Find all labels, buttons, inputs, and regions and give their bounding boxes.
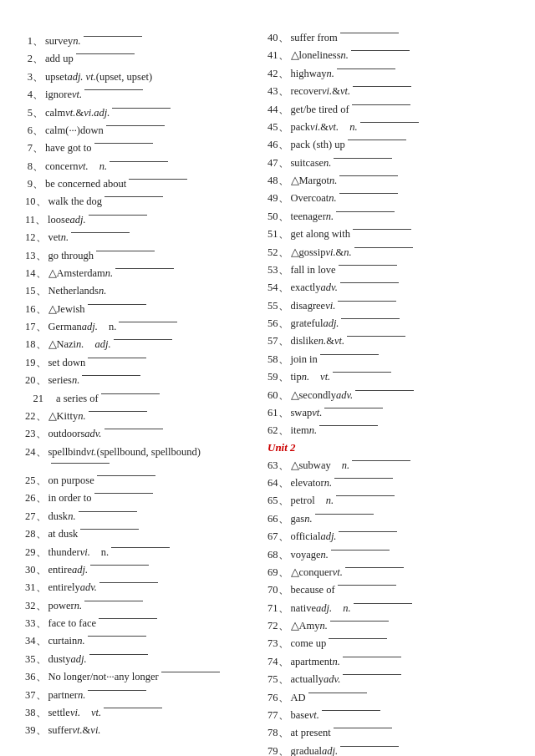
answer-blank — [352, 104, 410, 105]
answer-blank — [336, 495, 395, 496]
item-number: 42、 — [268, 66, 289, 82]
list-item: 12、vet n. — [25, 230, 259, 246]
list-item: 10、walk the dog — [25, 194, 259, 210]
answer-blank — [99, 618, 157, 619]
item-text: tip n. vt. — [291, 369, 502, 385]
item-number: 16、 — [25, 302, 47, 317]
list-item: 49、Overcoat n. — [268, 190, 502, 206]
item-number: 52、 — [268, 245, 289, 261]
answer-blank — [360, 122, 419, 123]
item-number: 20、 — [25, 373, 47, 388]
item-text: set down — [48, 355, 260, 371]
item-text: because of — [291, 582, 502, 598]
list-item: 24、spellbind vt. (spellbound, spellbound… — [25, 444, 259, 471]
answer-blank — [84, 36, 142, 37]
item-text: get/be tired of — [291, 102, 502, 118]
item-text: native adj. n. — [291, 601, 502, 616]
list-item: 51、get along with — [268, 226, 502, 242]
item-text: suitcase n. — [291, 155, 502, 171]
list-item: 52、△gossip vi. & n. — [268, 245, 502, 261]
item-number: 67、 — [268, 529, 289, 545]
item-text: dusk n. — [48, 509, 260, 525]
left-column: 1、survey n. 2、add up 3、upset adj. vt. (u… — [25, 30, 268, 756]
list-item: 73、come up — [268, 636, 502, 652]
item-number: 65、 — [268, 493, 289, 509]
answer-blank — [337, 68, 395, 69]
answer-blank — [334, 478, 393, 479]
item-text: entirely adv. — [48, 580, 260, 596]
item-number: 61、 — [268, 405, 289, 421]
item-number: 10、 — [25, 194, 47, 210]
item-text: have got to — [45, 140, 259, 156]
list-item: 13、go through — [25, 248, 259, 264]
list-item: 20、series n. — [25, 373, 259, 388]
list-item: 54、exactly adv. — [268, 280, 502, 296]
list-item: 21 a series of — [25, 391, 259, 407]
item-text: survey n. — [45, 33, 259, 49]
list-item: 71、native adj. n. — [268, 601, 502, 616]
item-number: 49、 — [268, 190, 289, 206]
answer-blank — [106, 125, 165, 126]
item-number: 50、 — [268, 209, 289, 225]
item-text: disagree vi. — [291, 298, 502, 314]
list-item: 11、loose adj. — [25, 212, 259, 228]
answer-blank — [334, 728, 392, 728]
item-text: △conquer vt. — [291, 565, 502, 581]
item-text: pack vi. & vt. n. — [291, 119, 502, 135]
answer-blank — [338, 585, 396, 586]
item-text: Overcoat n. — [291, 190, 502, 206]
list-item: 41、△loneliness n. — [268, 48, 502, 63]
item-text: petrol n. — [291, 493, 502, 509]
list-item: 37、partner n. — [25, 688, 259, 703]
list-item: 36、No longer/not···any longer — [25, 669, 259, 685]
item-number: 35、 — [25, 652, 47, 667]
item-text: a series of — [45, 391, 259, 407]
item-number: 19、 — [25, 355, 47, 371]
list-item: 33、face to face — [25, 616, 259, 632]
item-text: dusty adj. — [48, 652, 260, 667]
item-number: 77、 — [268, 708, 289, 723]
answer-blank — [119, 322, 177, 322]
item-text: suffer from — [291, 30, 502, 46]
item-text: swap vt. — [291, 405, 502, 421]
item-number: 25、 — [25, 473, 47, 489]
list-item: 40、suffer from — [268, 30, 502, 46]
list-item: 38、settle vi. vt. — [25, 705, 259, 721]
item-number: 15、 — [25, 283, 47, 299]
list-item: 76、AD — [268, 690, 502, 706]
item-text: base vt. — [291, 708, 502, 723]
answer-blank — [82, 375, 140, 376]
list-item: 34、curtain n. — [25, 633, 259, 649]
item-number: 6、 — [25, 123, 43, 139]
item-text: partner n. — [48, 688, 260, 703]
answer-blank — [329, 638, 387, 639]
item-number: 38、 — [25, 705, 47, 721]
item-text: △Amsterdam n. — [48, 266, 260, 282]
item-text: spellbind vt. (spellbound, spellbound) — [48, 444, 260, 471]
list-item: 62、item n. — [268, 423, 502, 439]
item-number: 28、 — [25, 526, 47, 542]
list-item: 2、add up — [25, 51, 259, 67]
answer-blank — [104, 708, 162, 708]
list-item: 69、△conquer vt. — [268, 565, 502, 581]
item-number: 63、 — [268, 458, 289, 474]
list-item: 4、ignore vt. — [25, 87, 259, 103]
list-item: 39、suffer vt. & vi. — [25, 723, 259, 738]
item-text: loose adj. — [48, 212, 259, 228]
list-item: 53、fall in love — [268, 262, 502, 278]
item-number: 76、 — [268, 690, 289, 706]
list-item: 45、pack vi. & vt. n. — [268, 119, 502, 135]
item-number: 48、 — [268, 173, 289, 189]
list-item: 6、calm(···)down — [25, 123, 259, 139]
answer-blank — [348, 140, 406, 140]
item-number: 33、 — [25, 616, 47, 632]
answer-blank — [88, 304, 146, 305]
list-item: 17、German adj. n. — [25, 319, 259, 335]
item-text: settle vi. vt. — [48, 705, 260, 721]
list-item: 18、△Nazi n. adj. — [25, 337, 259, 353]
item-text: walk the dog — [48, 194, 260, 210]
item-number: 24、 — [25, 444, 47, 460]
item-text: outdoors adv. — [48, 426, 260, 442]
item-text: highway n. — [291, 66, 502, 82]
answer-blank — [71, 232, 130, 233]
